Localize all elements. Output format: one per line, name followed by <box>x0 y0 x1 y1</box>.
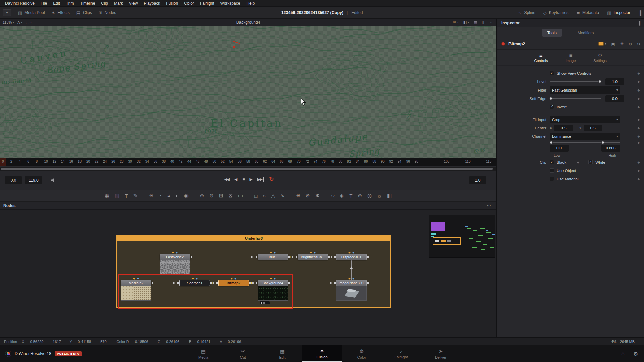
range-high-value[interactable]: 0.806 <box>601 145 620 152</box>
scrollbar-thumb[interactable] <box>1 168 493 170</box>
nodes-options-icon[interactable]: ⋯ <box>487 203 491 208</box>
node-graph[interactable]: Underlay3 FastNoise2Blur1BrightnessCo...… <box>0 210 496 337</box>
grid-button[interactable]: ▦ <box>474 20 477 24</box>
node-output-port[interactable] <box>288 256 290 258</box>
page-fairlight[interactable]: ♪Fairlight <box>381 345 421 362</box>
keyframe-diamond-icon[interactable]: ◆ <box>633 169 644 172</box>
menu-help[interactable]: Help <box>243 0 258 7</box>
split-view-button[interactable]: ◫ <box>482 20 485 24</box>
tool-pemitter-icon[interactable]: ✳ <box>296 193 301 199</box>
node-input-pin[interactable] <box>313 252 316 254</box>
channel-dropdown[interactable]: Luminance▾ <box>550 133 620 140</box>
keyframe-diamond-icon[interactable]: ◆ <box>633 88 644 92</box>
tool-dissolve-icon[interactable]: ⊖ <box>209 193 214 199</box>
keyframe-diamond-icon[interactable]: ◆ <box>633 141 644 144</box>
node-input-pin[interactable] <box>270 252 272 254</box>
tool-brightness-contrast-icon[interactable]: ◐ <box>176 193 179 199</box>
menu-mark[interactable]: Mark <box>111 0 126 7</box>
menu-view[interactable]: View <box>126 0 141 7</box>
tool-merge-icon[interactable]: ⊕ <box>200 193 204 199</box>
tool-merge3d-icon[interactable]: ⊕ <box>358 193 362 199</box>
tool-crop-icon[interactable]: ▭ <box>238 193 243 199</box>
inspector-tab-modifiers[interactable]: Modifiers <box>572 29 599 37</box>
node-input-pin[interactable] <box>172 252 174 254</box>
tool-prender-icon[interactable]: ✱ <box>315 193 320 199</box>
use-object-checkbox[interactable] <box>550 168 554 173</box>
tool-imageplane3d-icon[interactable]: ▱ <box>331 193 335 199</box>
tool-light3d-icon[interactable]: ☼ <box>377 193 382 199</box>
slider-handle[interactable] <box>549 97 552 100</box>
node-output-port[interactable] <box>191 256 192 258</box>
keyframe-diamond-icon[interactable]: ◆ <box>572 161 584 164</box>
viewer[interactable]: CanyonBone Springuis RanchEl Capitan8078… <box>0 26 496 158</box>
inspector-button[interactable]: ▥Inspector <box>607 10 630 15</box>
keyframe-diamond-icon[interactable]: ◆ <box>633 135 644 138</box>
menu-workspace[interactable]: Workspace <box>217 0 244 7</box>
tool-camera3d-icon[interactable]: ◎ <box>367 193 372 199</box>
metadata-button[interactable]: ≣Metadata <box>576 10 599 15</box>
keyframe-diamond-icon[interactable]: ◆ <box>633 118 644 121</box>
center-x-value[interactable]: 0.5 <box>554 125 573 131</box>
tool-hue-curves-icon[interactable]: ◕ <box>167 193 170 199</box>
tool-ellipse-mask-icon[interactable]: ○ <box>263 193 266 199</box>
filter-dropdown[interactable]: Fast Gaussian▾ <box>550 86 620 94</box>
panel-expand-icon[interactable]: ▐ <box>637 21 640 25</box>
tool-paint-icon[interactable]: ✎ <box>133 193 138 199</box>
page-fusion[interactable]: ✶Fusion <box>302 345 342 362</box>
white-checkbox[interactable] <box>588 160 593 164</box>
tool-transform-icon[interactable]: ⊞ <box>219 193 223 199</box>
black-checkbox[interactable] <box>550 160 554 164</box>
node-output-port[interactable] <box>367 282 369 284</box>
reset-icon[interactable]: ↺ <box>637 42 640 46</box>
timeline-scrollbar[interactable] <box>0 167 496 171</box>
node-graph-minimap[interactable] <box>429 215 495 258</box>
tool-resize-icon[interactable]: ⊠ <box>228 193 233 199</box>
first-frame-button[interactable]: ◀◀ <box>223 177 229 182</box>
transform-widget[interactable] <box>232 40 242 50</box>
tool-renderer3d-icon[interactable]: ◧ <box>387 193 392 199</box>
tool-background-icon[interactable]: ▦ <box>105 193 109 199</box>
slider-handle[interactable] <box>598 80 601 83</box>
subtab-controls[interactable]: ≣Controls <box>531 53 551 63</box>
node-enable-toggle[interactable] <box>501 42 505 46</box>
fit-input-dropdown[interactable]: Crop▾ <box>550 116 620 123</box>
node-input-pin[interactable] <box>348 252 351 254</box>
node-imageplane3d1[interactable]: ImagePlane3D1 <box>336 280 367 286</box>
node-output-port[interactable] <box>328 256 330 258</box>
effects-button[interactable]: ✶Effects <box>51 10 69 15</box>
stop-button[interactable]: ■ <box>242 177 244 182</box>
tool-shape3d-icon[interactable]: ◈ <box>340 193 344 199</box>
tool-pmerge-icon[interactable]: ⊛ <box>306 193 310 199</box>
node-input-pin[interactable] <box>348 278 351 280</box>
play-button[interactable]: ▶ <box>250 177 252 182</box>
pin-icon[interactable]: ✚ <box>620 42 624 46</box>
spline-button[interactable]: ∿Spline <box>518 10 535 15</box>
subtab-image[interactable]: ▣Image <box>561 53 580 63</box>
show-view-controls-checkbox[interactable] <box>550 71 554 75</box>
timeline-ruler[interactable]: 0246810121416182022242628303234363840424… <box>0 158 496 166</box>
level-slider[interactable] <box>550 81 601 82</box>
project-manager-icon[interactable]: ⌂ <box>621 351 625 357</box>
node-input-port[interactable] <box>296 256 297 258</box>
menu-clip[interactable]: Clip <box>98 0 111 7</box>
channels-button[interactable]: ◧▾ <box>463 20 469 24</box>
menu-color[interactable]: Color <box>181 0 197 7</box>
prev-frame-button[interactable]: ◀ <box>234 177 237 182</box>
node-input-port[interactable] <box>334 282 336 284</box>
node-input-pin[interactable] <box>310 252 312 254</box>
tool-text-plus-icon[interactable]: T <box>125 193 128 199</box>
keyframe-diamond-icon[interactable]: ◆ <box>633 72 644 75</box>
nodes-button[interactable]: ⊞Nodes <box>99 10 116 15</box>
page-cut[interactable]: ✂Cut <box>223 345 263 362</box>
panel-layout-icon[interactable]: ▐ <box>638 10 641 15</box>
tool-rectangle-mask-icon[interactable]: □ <box>254 193 257 199</box>
tool-color-corrector-icon[interactable]: ☀ <box>149 193 153 199</box>
tool-delta-keyer-icon[interactable]: ◉ <box>184 193 189 199</box>
node-input-port[interactable] <box>334 256 336 258</box>
last-frame-button[interactable]: ▶▶ <box>257 177 264 182</box>
node-input-pin[interactable] <box>352 278 355 280</box>
menu-davinci-resolve[interactable]: DaVinci Resolve <box>2 0 38 7</box>
use-material-checkbox[interactable] <box>550 177 554 181</box>
node-input-pin[interactable] <box>352 252 355 254</box>
menu-edit[interactable]: Edit <box>50 0 63 7</box>
